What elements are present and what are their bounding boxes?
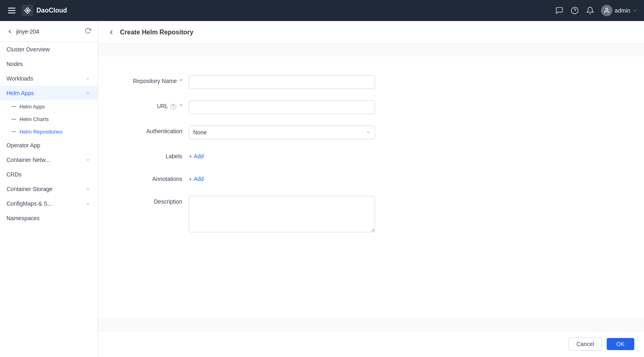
authentication-select[interactable]: None Basic Auth Token <box>189 125 375 139</box>
layout: jinye-204 Cluster Overview Nodes Workloa… <box>0 21 644 357</box>
form-row-annotations: Annotations + Add <box>98 168 644 190</box>
sidebar-item-namespaces[interactable]: Namespaces <box>0 211 98 225</box>
form-control-description <box>189 196 375 234</box>
refresh-icon[interactable] <box>85 28 91 35</box>
back-button[interactable] <box>108 29 115 36</box>
topnav: DaoCloud <box>0 0 644 21</box>
label-annotations: Annotations <box>117 173 182 182</box>
label-url: URL ? * <box>117 100 182 110</box>
sidebar: jinye-204 Cluster Overview Nodes Workloa… <box>0 21 98 357</box>
sidebar-item-workloads[interactable]: Workloads <box>0 71 98 86</box>
sidebar-subitem-helm-repositories[interactable]: Helm Repositories <box>0 125 98 138</box>
repository-name-input[interactable] <box>189 75 375 89</box>
topnav-left: DaoCloud <box>6 5 67 16</box>
topnav-logo: DaoCloud <box>22 5 67 16</box>
url-help-icon[interactable]: ? <box>171 104 176 110</box>
username: admin <box>615 7 630 14</box>
form-container: Repository Name * URL ? * <box>98 44 644 331</box>
sidebar-sublabel-helm-charts: Helm Charts <box>19 116 49 122</box>
notification-icon[interactable] <box>586 6 595 15</box>
sidebar-label-configmaps: ConfigMaps & S... <box>6 200 85 207</box>
label-repository-name: Repository Name * <box>117 75 182 84</box>
label-description: Description <box>117 196 182 205</box>
sidebar-label-operator-app: Operator App <box>6 142 91 149</box>
form-inner: Repository Name * URL ? * <box>98 57 644 318</box>
sidebar-item-nodes[interactable]: Nodes <box>0 57 98 71</box>
sidebar-sublabel-helm-apps: Helm Apps <box>19 104 45 110</box>
sidebar-back[interactable]: jinye-204 <box>6 28 39 35</box>
sidebar-header: jinye-204 <box>0 21 98 42</box>
form-row-description: Description <box>98 190 644 239</box>
svg-point-3 <box>606 8 608 10</box>
required-marker-url: * <box>180 103 182 109</box>
chevron-down-icon <box>85 75 91 82</box>
form-row-labels: Labels + Add <box>98 145 644 168</box>
sidebar-sublabel-helm-repositories: Helm Repositories <box>19 129 62 135</box>
form-footer: Cancel OK <box>98 331 644 357</box>
sidebar-subitem-helm-charts[interactable]: Helm Charts <box>0 113 98 125</box>
sidebar-label-workloads: Workloads <box>6 75 85 82</box>
topnav-right: admin <box>555 5 638 16</box>
cluster-name: jinye-204 <box>16 28 39 35</box>
sidebar-item-helm-apps[interactable]: Helm Apps <box>0 86 98 100</box>
sidebar-label-crds: CRDs <box>6 171 91 178</box>
description-textarea[interactable] <box>189 196 375 232</box>
chevron-up-icon <box>85 90 91 96</box>
sidebar-item-crds[interactable]: CRDs <box>0 167 98 182</box>
sidebar-item-configmaps[interactable]: ConfigMaps & S... <box>0 196 98 211</box>
add-labels-icon: + <box>189 153 192 159</box>
sidebar-subitem-helm-apps[interactable]: Helm Apps <box>0 100 98 113</box>
page-header: Create Helm Repository <box>98 21 644 44</box>
dash-icon <box>11 119 16 119</box>
help-icon[interactable] <box>570 6 579 15</box>
form-control-labels: + Add <box>189 151 375 162</box>
page-title: Create Helm Repository <box>120 29 193 36</box>
logo-text: DaoCloud <box>36 7 67 14</box>
sidebar-item-cluster-overview[interactable]: Cluster Overview <box>0 42 98 57</box>
add-labels-label: Add <box>194 153 204 159</box>
sidebar-item-operator-app[interactable]: Operator App <box>0 138 98 153</box>
chevron-down-icon <box>85 157 91 163</box>
sidebar-label-namespaces: Namespaces <box>6 215 91 221</box>
chevron-down-icon <box>85 186 91 192</box>
main-content: Create Helm Repository Repository Name * <box>98 21 644 357</box>
sidebar-label-cluster-overview: Cluster Overview <box>6 46 91 53</box>
add-annotations-label: Add <box>194 176 204 182</box>
form-control-url <box>189 100 375 114</box>
form-control-annotations: + Add <box>189 173 375 185</box>
sidebar-item-container-netw[interactable]: Container Netw... <box>0 153 98 167</box>
chevron-down-icon <box>85 200 91 207</box>
sidebar-label-nodes: Nodes <box>6 61 91 67</box>
form-control-auth: None Basic Auth Token <box>189 125 375 139</box>
user-menu[interactable]: admin <box>601 5 638 16</box>
chat-icon[interactable] <box>555 6 564 15</box>
label-authentication: Authentication <box>117 125 182 134</box>
url-input[interactable] <box>189 100 375 114</box>
form-row-auth: Authentication None Basic Auth Token <box>98 120 644 145</box>
add-annotations-button[interactable]: + Add <box>189 173 204 185</box>
ok-button[interactable]: OK <box>607 338 634 350</box>
dash-icon <box>11 106 16 107</box>
sidebar-scroll: Cluster Overview Nodes Workloads Helm Ap… <box>0 42 98 357</box>
hamburger-menu[interactable] <box>6 6 17 15</box>
add-labels-button[interactable]: + Add <box>189 151 204 162</box>
avatar <box>601 5 612 16</box>
label-labels: Labels <box>117 151 182 159</box>
sidebar-label-helm-apps: Helm Apps <box>6 90 85 96</box>
sidebar-label-container-netw: Container Netw... <box>6 157 85 163</box>
sidebar-label-container-storage: Container Storage <box>6 186 85 192</box>
form-row-url: URL ? * <box>98 95 644 120</box>
sidebar-item-container-storage[interactable]: Container Storage <box>0 182 98 196</box>
form-row-repo-name: Repository Name * <box>98 70 644 95</box>
add-annotations-icon: + <box>189 176 192 182</box>
required-marker: * <box>180 78 182 84</box>
form-control-repo-name <box>189 75 375 89</box>
dash-icon <box>11 132 16 132</box>
cancel-button[interactable]: Cancel <box>569 338 602 351</box>
